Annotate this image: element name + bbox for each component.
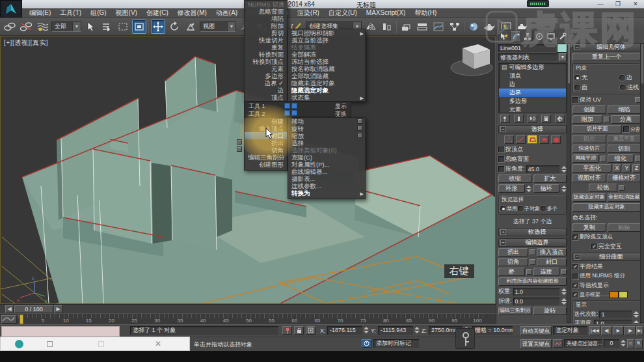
reference-coordinate-dropdown[interactable]: 视图▼	[200, 21, 236, 32]
tab-display[interactable]	[545, 31, 556, 41]
show-cage-checkbox[interactable]: ✓	[572, 292, 578, 298]
menu-create[interactable]: 创建(C)	[142, 8, 173, 18]
cage-color-swatch[interactable]	[610, 292, 618, 298]
quad-item-unhide-all[interactable]: 全部取消隐藏	[288, 72, 365, 79]
quad-item-repeat[interactable]: 重复	[245, 44, 287, 51]
shrink-button[interactable]: 收缩	[498, 174, 532, 183]
detach-button[interactable]: 分离	[611, 115, 641, 124]
menu-views[interactable]: 视图(V)	[111, 8, 142, 18]
tessellate-button[interactable]: 细化	[608, 154, 634, 163]
go-to-start-button[interactable]: |◀◀	[589, 326, 600, 335]
app-logo-button[interactable]	[0, 0, 22, 18]
right-column-scrollbar[interactable]	[640, 43, 644, 323]
rollout-edit-borders[interactable]: −编辑边界	[498, 238, 567, 247]
delete-isolated-vertices-checkbox[interactable]: ✓	[572, 234, 578, 240]
quad-item-edit-triangulation[interactable]: 编辑三角剖分	[245, 154, 287, 161]
loop-button[interactable]: 循环	[533, 184, 560, 193]
select-object-icon[interactable]	[83, 20, 98, 34]
meshsmooth-settings-icon[interactable]	[600, 156, 606, 161]
element-subobject-icon[interactable]	[551, 135, 561, 144]
bridge-settings-icon[interactable]	[526, 269, 532, 275]
menu-animation[interactable]: 动画(A)	[211, 8, 242, 18]
quad-item-ignore-backfacing[interactable]: 忽略背面	[245, 8, 287, 15]
left-column-scrollbar[interactable]	[567, 43, 571, 323]
reset-plane-button[interactable]: 重置平面	[608, 135, 641, 143]
quad-item-freeze-selection[interactable]: 冻结当前选择	[288, 58, 365, 65]
quad-item-edge[interactable]: 边	[245, 87, 287, 94]
chamfer-button[interactable]: 切角	[498, 258, 528, 266]
viewport-label[interactable]: [+][透视][真实]	[4, 38, 48, 48]
chamfer-settings-icon[interactable]	[237, 146, 242, 152]
track-bar[interactable]: 5101520 25303540 45505560 65707580 85909…	[0, 313, 496, 324]
weight-spinner[interactable]	[561, 288, 567, 296]
material-editor-button[interactable]	[466, 20, 481, 34]
quad-item-collapse[interactable]: 塌陷	[245, 15, 287, 22]
rotate-settings-icon[interactable]	[357, 126, 362, 131]
slice-plane-button[interactable]: 切片平面	[572, 125, 622, 133]
y-spinner[interactable]	[414, 326, 420, 334]
quad-item-unfreeze-all[interactable]: 全部解冻	[288, 51, 365, 58]
move-settings-icon[interactable]	[357, 118, 362, 124]
prev-frame-arrow[interactable]: ◀	[5, 305, 14, 313]
rollout-subdivision-surface[interactable]: −细分曲面	[572, 253, 641, 261]
y-coordinate-field[interactable]: -1115.943	[378, 326, 413, 335]
planar-x-button[interactable]: X	[613, 164, 621, 173]
close-button[interactable]: ✕	[630, 1, 641, 8]
connect-settings-icon[interactable]	[561, 269, 567, 275]
key-filters-button[interactable]: 关键点过滤器...	[564, 339, 602, 348]
relax-button[interactable]: 松弛	[589, 184, 617, 192]
selection-lock-toggle[interactable]	[294, 326, 304, 335]
slice-button[interactable]: 切片	[572, 135, 606, 143]
tab-modify[interactable]	[510, 31, 521, 41]
ignore-backfacing-checkbox[interactable]	[498, 156, 504, 162]
quad-item-convert-to-face[interactable]: 转换到面	[245, 51, 287, 58]
by-vertex-checkbox[interactable]	[498, 146, 504, 152]
polygon-subobject-icon[interactable]	[539, 135, 549, 144]
quad-item-extrude[interactable]: 挤出	[245, 139, 287, 146]
create-button[interactable]: 创建	[572, 105, 606, 114]
preview-disable-radio[interactable]	[500, 206, 506, 212]
quad-item-nurms-toggle[interactable]: NURMS 切换	[245, 1, 287, 8]
insert-vertex-button[interactable]: 插入顶点	[537, 248, 567, 257]
isoline-display-checkbox[interactable]: ✓	[572, 283, 578, 288]
planar-y-button[interactable]: Y	[623, 164, 631, 173]
menu-rendering[interactable]: 渲染(R)	[293, 8, 324, 18]
render-setup-button[interactable]	[483, 20, 497, 34]
show-end-result-icon[interactable]	[514, 115, 524, 123]
chamfer-settings-icon[interactable]	[530, 259, 535, 265]
quad-item-end-isolate[interactable]: 结束隔离	[288, 44, 365, 51]
recorder-close-icon[interactable]: ✕	[155, 339, 161, 348]
preview-multi-radio[interactable]	[541, 206, 546, 212]
stack-row-edge[interactable]: 边	[499, 80, 566, 89]
display-iterations-field[interactable]: 1	[599, 311, 632, 318]
stack-row-border[interactable]: 边界	[499, 89, 566, 97]
quad-item-unhide-by-name[interactable]: 按名称取消隐藏	[288, 65, 365, 72]
bind-spacewarp-icon[interactable]	[35, 20, 49, 34]
tab-create[interactable]	[498, 31, 509, 41]
x-spinner[interactable]	[363, 326, 369, 334]
zoom-viewport-icon[interactable]: 🔍	[636, 339, 643, 348]
ring-spinner[interactable]	[526, 185, 532, 193]
select-by-name-icon[interactable]	[100, 20, 114, 34]
constraint-face-radio[interactable]	[574, 85, 580, 90]
menu-customize[interactable]: 自定义(U)	[324, 8, 362, 18]
by-angle-checkbox[interactable]	[498, 166, 504, 172]
quad-item-element[interactable]: 元素	[245, 65, 287, 72]
pin-stack-icon[interactable]	[500, 115, 510, 123]
menu-group[interactable]: 组(G)	[86, 8, 111, 18]
stack-row-vertex[interactable]: 顶点	[499, 72, 566, 80]
full-interactivity-checkbox[interactable]: ✓	[591, 244, 597, 249]
set-keys-button[interactable]	[455, 328, 475, 349]
object-name-field[interactable]: Line001	[498, 44, 556, 52]
rollout-selection[interactable]: −选择	[498, 125, 567, 133]
connect-button[interactable]: 连接	[533, 268, 560, 276]
tab-motion[interactable]	[533, 31, 544, 41]
quad-item-rotate[interactable]: 旋转	[288, 125, 365, 132]
recorder-restore-icon[interactable]	[47, 341, 53, 347]
constraint-none-radio[interactable]	[574, 75, 580, 81]
recorder-minimize-icon[interactable]	[98, 341, 104, 347]
use-nurms-checkbox[interactable]	[572, 273, 578, 279]
stack-row-editable-poly[interactable]: ▤可编辑多边形	[499, 63, 566, 72]
time-slider[interactable]: ◀ 0 / 100 ▶	[0, 304, 496, 313]
time-configuration-button[interactable]: ⏱	[627, 339, 634, 348]
